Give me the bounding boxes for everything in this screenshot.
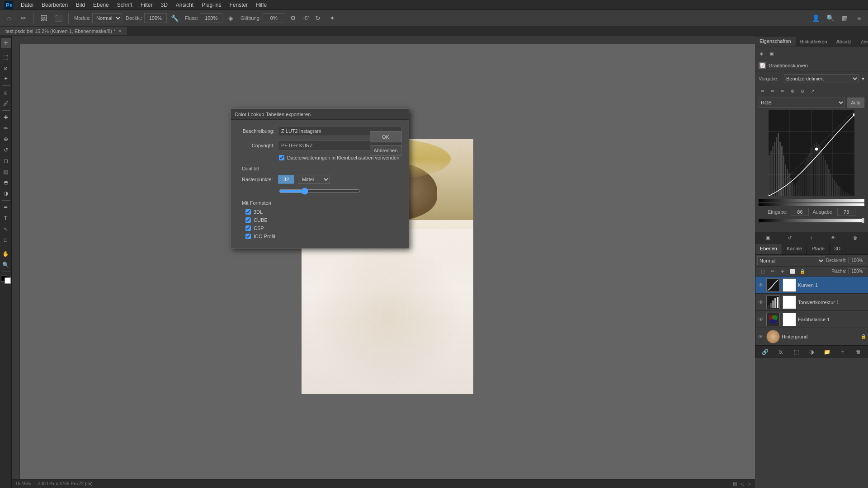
hand-tool[interactable]: ✋	[1, 249, 11, 259]
lock-all-btn[interactable]: 🔒	[799, 268, 806, 275]
menu-plugins[interactable]: Plug-ins	[198, 1, 225, 9]
menu-ansicht[interactable]: Ansicht	[172, 1, 197, 9]
settings-icon[interactable]: ⚙	[287, 12, 300, 24]
layer-vis-tonwert[interactable]: 👁	[757, 299, 764, 305]
shape-tool[interactable]: □	[1, 235, 11, 245]
history-brush-tool[interactable]: ↺	[1, 145, 11, 155]
glaettung-input[interactable]	[263, 13, 285, 23]
cancel-button[interactable]: Abbrechen	[370, 145, 401, 156]
lock-pixels-btn[interactable]: ✏	[769, 268, 776, 275]
blur-tool[interactable]: ◓	[1, 178, 11, 188]
tab-ebenen[interactable]: Ebenen	[755, 244, 782, 254]
zoom-tool[interactable]: 🔍	[1, 260, 11, 270]
layer-hintergrund[interactable]: 👁 Hintergrund 🔒	[755, 328, 868, 345]
add-group-btn[interactable]: 📁	[822, 347, 832, 357]
file-tab-close[interactable]: ✕	[118, 28, 122, 33]
menu-hilfe[interactable]: Hilfe	[252, 1, 270, 9]
tab-3d[interactable]: 3D	[830, 244, 845, 254]
tool-icon-7[interactable]: ✦	[326, 12, 339, 24]
ok-button[interactable]: OK	[370, 131, 401, 142]
eig-bottom-3[interactable]: ↕	[807, 234, 816, 243]
tab-zeichen[interactable]: Zeichen	[856, 37, 868, 46]
menu-ebene[interactable]: Ebene	[90, 1, 113, 9]
tool-icon-4[interactable]: 🔧	[169, 12, 181, 24]
file-tab[interactable]: test.psdc bei 15,2% (Kurven 1, Ebenenmas…	[0, 27, 127, 35]
background-color[interactable]	[5, 277, 11, 284]
tab-pfade[interactable]: Pfade	[807, 244, 830, 254]
crop-tool[interactable]: ⧆	[1, 88, 11, 98]
add-style-btn[interactable]: fx	[776, 347, 786, 357]
rasterpunkte-input[interactable]	[278, 175, 294, 184]
tab-eigenschaften[interactable]: Eigenschaften	[755, 37, 796, 47]
curve-canvas[interactable]	[769, 110, 854, 196]
menu-filter[interactable]: Filter	[137, 1, 156, 9]
lock-move-btn[interactable]: ✛	[779, 268, 786, 275]
tab-absatz[interactable]: Absatz	[832, 37, 856, 46]
tool-icon-5[interactable]: ◈	[224, 12, 237, 24]
menu-3d[interactable]: 3D	[157, 1, 171, 9]
clone-tool[interactable]: ⊕	[1, 134, 11, 144]
eig-bottom-4[interactable]: 👁	[829, 234, 838, 243]
path-select-tool[interactable]: ↖	[1, 224, 11, 234]
gradient-tool[interactable]: ▥	[1, 167, 11, 177]
lut-tool-5[interactable]: ⊖	[798, 87, 807, 95]
tool-icon-3[interactable]: ⬛	[52, 12, 65, 24]
lock-artboard-btn[interactable]: ⬜	[789, 268, 796, 275]
checkbox-icc[interactable]	[245, 234, 251, 239]
lock-transparent-btn[interactable]: ⬚	[759, 268, 766, 275]
tab-bibliotheken[interactable]: Bibliotheken	[796, 37, 832, 46]
add-layer-btn[interactable]: +	[838, 347, 848, 357]
layer-vis-farbbalance[interactable]: 👁	[757, 316, 764, 323]
datei-checkbox[interactable]	[279, 155, 284, 160]
eig-bottom-2[interactable]: ↺	[785, 234, 794, 243]
search-icon[interactable]: 🔍	[824, 12, 836, 24]
tab-kanaele[interactable]: Kanäle	[782, 244, 807, 254]
deckkraft-input[interactable]	[144, 13, 167, 23]
magic-wand-tool[interactable]: ✦	[1, 74, 11, 84]
pen-tool[interactable]: ✒	[1, 202, 11, 212]
mittel-select[interactable]: Mittel Niedrig Hoch Maximal	[298, 175, 330, 184]
checkbox-3dl[interactable]	[245, 209, 251, 215]
more-icon[interactable]: ≡	[853, 12, 865, 24]
brush-tool[interactable]: ✏	[17, 12, 30, 24]
vorgabe-select[interactable]: Benutzerdefiniert	[784, 74, 859, 83]
menu-datei[interactable]: Datei	[17, 1, 37, 9]
ausgabe-input[interactable]	[837, 208, 855, 216]
lasso-tool[interactable]: ⌀	[1, 63, 11, 73]
eig-icon-2[interactable]: ▣	[767, 49, 776, 58]
quality-slider[interactable]	[279, 188, 360, 195]
layer-tonwert[interactable]: 👁 Tonwertkorrektur 1	[755, 294, 868, 311]
color-picker[interactable]	[1, 276, 11, 284]
export-dialog[interactable]: Color Lookup-Tabellen exportieren OK Abb…	[231, 108, 409, 249]
eig-icon-1[interactable]: ◈	[757, 49, 766, 58]
eraser-tool[interactable]: ◻	[1, 156, 11, 166]
rgb-select[interactable]: RGB	[759, 98, 845, 108]
menu-schrift[interactable]: Schrift	[113, 1, 136, 9]
select-tool[interactable]: ⬚	[1, 52, 11, 62]
checkbox-csp[interactable]	[245, 225, 251, 231]
dodge-tool[interactable]: ◑	[1, 188, 11, 198]
menu-fenster[interactable]: Fenster	[226, 1, 252, 9]
heal-tool[interactable]: ✚	[1, 113, 11, 122]
flaeche-input[interactable]	[848, 268, 866, 274]
layer-mode-select[interactable]: Normal	[757, 256, 825, 265]
auto-button[interactable]: Auto	[847, 98, 864, 108]
workspace-icon[interactable]: ▦	[838, 12, 851, 24]
tool-icon-2[interactable]: 🖼	[38, 12, 50, 24]
mode-select[interactable]: Normal	[92, 13, 122, 23]
home-icon[interactable]: ⌂	[3, 12, 15, 24]
layer-kurven1[interactable]: 👁 Kurven 1	[755, 277, 868, 294]
lut-tool-4[interactable]: ⊕	[788, 87, 797, 95]
move-tool[interactable]: ✛	[1, 38, 11, 48]
eyedropper-tool[interactable]: 🖊	[1, 99, 11, 108]
delete-layer-btn[interactable]: 🗑	[854, 347, 863, 357]
lut-tool-3[interactable]: ✏	[778, 87, 787, 95]
layer-vis-hintergrund[interactable]: 👁	[757, 333, 764, 340]
layer-vis-kurven1[interactable]: 👁	[757, 282, 764, 288]
fluss-input[interactable]	[200, 13, 222, 23]
eig-bottom-1[interactable]: ▣	[763, 234, 772, 243]
lut-tool-2[interactable]: ✏	[769, 87, 777, 95]
brush-tool-left[interactable]: ✏	[1, 123, 11, 133]
add-adjustment-btn[interactable]: ◑	[807, 347, 816, 357]
menu-bild[interactable]: Bild	[72, 1, 89, 9]
